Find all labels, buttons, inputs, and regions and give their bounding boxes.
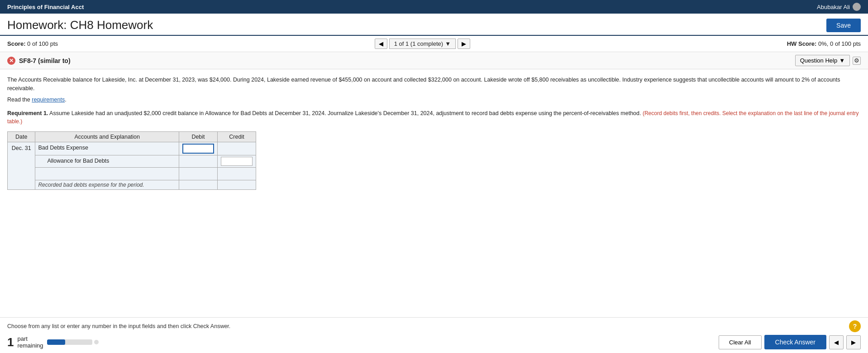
question-help-button[interactable]: Question Help ▼ (795, 55, 850, 66)
requirement-detail: Assume Lakeside had an unadjusted $2,000… (49, 110, 641, 116)
top-bar: Principles of Financial Acct Abubakar Al… (0, 0, 868, 14)
blank-account-row (35, 168, 179, 180)
next-page-button[interactable]: ▶ (458, 39, 470, 49)
score-label: Score: (7, 40, 25, 47)
journal-explanation: Recorded bad debts expense for the perio… (35, 180, 179, 190)
table-row: Allowance for Bad Debts (8, 155, 256, 168)
question-id-area: ✕ SF8-7 (similar to) (7, 57, 71, 65)
save-button[interactable]: Save (826, 19, 861, 32)
credit-input[interactable] (221, 157, 253, 166)
requirements-link[interactable]: requirements (32, 97, 65, 103)
journal-date: Dec. 31 (8, 142, 35, 190)
error-icon: ✕ (7, 57, 15, 65)
account-name-debit: Bad Debts Expense (35, 142, 179, 155)
debit-input[interactable] (182, 144, 214, 154)
blank-credit (217, 168, 256, 180)
blank-debit (179, 168, 217, 180)
note-debit (179, 180, 217, 190)
question-id: SF8-7 (similar to) (19, 57, 71, 64)
col-header-credit: Credit (217, 132, 256, 142)
page-title: Homework: CH8 Homework (7, 18, 153, 32)
credit-cell-empty-1 (217, 142, 256, 155)
col-header-date: Date (8, 132, 35, 142)
score-display: Score: 0 of 100 pts (7, 40, 58, 47)
col-header-accounts: Accounts and Explanation (35, 132, 179, 142)
requirement-label: Requirement 1. Assume Lakeside had an un… (7, 109, 861, 126)
credit-cell[interactable] (217, 155, 256, 168)
score-row: Score: 0 of 100 pts ◀ 1 of 1 (1 complete… (0, 36, 868, 52)
read-requirements: Read the requirements. (7, 97, 861, 103)
main-content: The Accounts Receivable balance for Lake… (0, 69, 868, 196)
page-indicator-text: 1 of 1 (1 complete) (394, 40, 443, 47)
question-help-label: Question Help (800, 57, 837, 64)
score-value: 0 of 100 pts (27, 40, 58, 47)
hw-score-label: HW Score: (787, 40, 817, 47)
table-row: Recorded bad debts expense for the perio… (8, 180, 256, 190)
question-help-area: Question Help ▼ ⚙ (795, 55, 861, 66)
header-row: Homework: CH8 Homework Save (0, 14, 868, 36)
username: Abubakar Ali (817, 4, 850, 10)
account-name-credit: Allowance for Bad Debts (35, 155, 179, 168)
note-credit (217, 180, 256, 190)
question-header: ✕ SF8-7 (similar to) Question Help ▼ ⚙ (0, 52, 868, 69)
table-row: Dec. 31 Bad Debts Expense (8, 142, 256, 155)
col-header-debit: Debit (179, 132, 217, 142)
debit-cell[interactable] (179, 142, 217, 155)
chevron-down-icon: ▼ (839, 57, 845, 64)
requirement-title: Requirement 1. (7, 110, 48, 116)
user-area: Abubakar Ali (817, 3, 861, 11)
hw-score-value: 0%, 0 of 100 pts (818, 40, 861, 47)
gear-icon[interactable]: ⚙ (853, 57, 861, 65)
hw-score-display: HW Score: 0%, 0 of 100 pts (787, 40, 861, 47)
prev-page-button[interactable]: ◀ (375, 39, 387, 49)
debit-cell-empty (179, 155, 217, 168)
pagination-controls: ◀ 1 of 1 (1 complete) ▼ ▶ (375, 39, 470, 49)
table-row (8, 168, 256, 180)
page-indicator: 1 of 1 (1 complete) ▼ (389, 39, 456, 49)
problem-text: The Accounts Receivable balance for Lake… (7, 76, 861, 93)
chevron-down-icon[interactable]: ▼ (445, 40, 451, 47)
user-icon (853, 3, 861, 11)
app-title: Principles of Financial Acct (7, 4, 84, 10)
journal-entry-table: Date Accounts and Explanation Debit Cred… (7, 131, 256, 190)
